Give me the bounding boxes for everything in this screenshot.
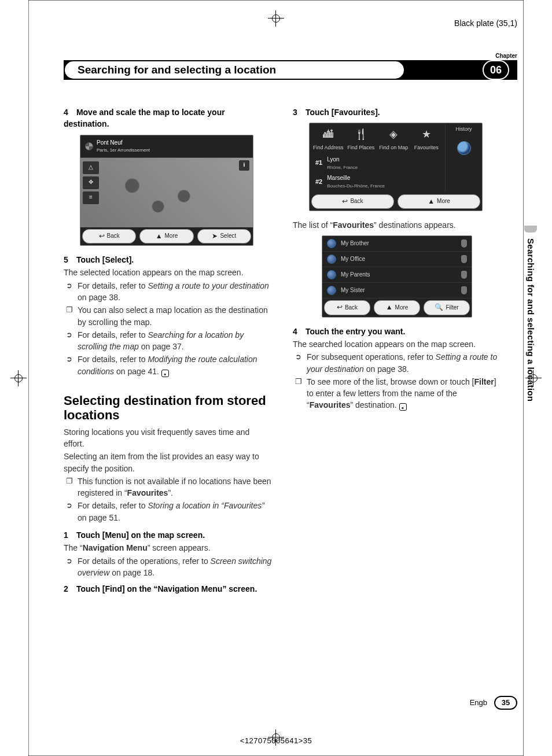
map-area: i △ ✥ ≡ [80,158,253,227]
screenshot-find-menu: 🏙Find Address 🍴Find Places ◈Find on Map … [309,123,483,211]
side-tab-label: Searching for and selecting a location [524,233,537,401]
scroll-indicator-icon [461,255,467,263]
compass-icon [85,142,93,150]
step-number: 5 [64,254,74,265]
step-title: Touch [Menu] on the map screen. [76,530,205,540]
step-title: Move and scale the map to locate your de… [64,108,225,128]
step-title: Touch the entry you want. [306,327,405,336]
step-title: Touch [Select]. [76,255,134,264]
pan-icon: ✥ [83,176,99,189]
tile-favourites: ★Favourites [410,127,443,152]
find-side-panel: History [445,123,482,192]
more-button: ▲More [139,229,193,244]
page-footer: Engb 35 [64,696,517,710]
step-5: 5 Touch [Select]. The selected location … [64,254,272,377]
scroll-indicator-icon [461,271,467,279]
back-button: ↩Back [82,229,136,244]
tile-find-on-map: ◈Find on Map [377,127,410,152]
barcode-text: <127075005641>35 [0,736,552,747]
language-code: Engb [470,698,487,709]
pin-icon [327,255,336,264]
step-body: The “Navigation Menu” screen appears. [64,542,272,554]
back-button: ↩Back [324,300,370,315]
step-number: 3 [293,106,303,118]
right-column: 3 Touch [Favourites]. 🏙Find Address 🍴Fin… [293,103,501,595]
content-area: Chapter Searching for and selecting a lo… [64,52,517,721]
star-icon: ★ [418,127,435,142]
chapter-header: Searching for and selecting a location 0… [64,60,517,80]
step-body: The selected location appears on the map… [64,267,272,278]
step-body: The searched location appears on the map… [293,338,501,350]
globe-icon [457,141,471,155]
side-tab: Searching for and selecting a location [524,226,537,474]
favourite-item: My Brother [322,236,472,252]
chapter-label: Chapter [495,52,517,61]
map-icon: ◈ [385,127,402,142]
left-column: 4 Move and scale the map to locate your … [64,103,272,595]
crop-mark [28,0,29,756]
search-icon: 🔍 [435,303,443,312]
select-button: ➤Select [197,229,251,244]
screenshot-map-select: Pont Neuf Paris, 1er Arrondissement i △ … [80,135,253,246]
tile-find-places: 🍴Find Places [345,127,378,152]
city-icon: 🏙 [320,127,336,142]
page-number: 35 [494,696,517,710]
step-title: Touch [Favourites]. [306,108,380,117]
note-xref: For details of the operations, refer to … [78,555,272,579]
note: This function is not available if no loc… [78,475,272,499]
note: To see more of the list, browse down or … [307,376,501,411]
chapter-number: 06 [483,60,509,80]
crop-mark [28,0,524,1]
paragraph: Storing locations you visit frequently s… [64,426,272,450]
step-number: 1 [64,529,74,541]
plate-info: Black plate (35,1) [0,17,517,29]
pin-icon [327,286,336,295]
scroll-indicator-icon [461,286,467,294]
step-number: 2 [64,583,74,595]
note: You can also select a map location as th… [78,304,272,328]
favourite-item: My Sister [322,283,472,298]
more-button: ▲More [374,300,420,315]
step-number: 4 [64,106,74,118]
step-1: 1 Touch [Menu] on the map screen. The “N… [64,529,272,578]
history-item: #1 LyonRhône, France [313,154,441,172]
scroll-indicator-icon [461,239,467,248]
end-of-topic-icon [161,370,169,377]
tile-find-address: 🏙Find Address [312,127,345,152]
note-xref: For details, refer to Modifying the rout… [78,353,272,377]
registration-mark [10,370,27,386]
zoom-out-icon: ≡ [83,191,99,204]
page: Black plate (35,1) Chapter Searching for… [0,0,552,756]
pin-icon [327,270,336,279]
note-xref: For details, refer to Storing a location… [78,500,272,523]
pin-icon [327,239,336,248]
step-number: 4 [293,326,303,337]
section-heading: Selecting destination from stored locati… [64,393,272,423]
back-button: ↩Back [311,194,394,209]
step-2: 2 Touch [Find] on the “Navigation Menu” … [64,583,272,595]
step-3: 3 Touch [Favourites]. [293,106,501,118]
end-of-topic-icon [399,403,407,411]
history-label: History [455,126,472,133]
paragraph: Selecting an item from the list provides… [64,451,272,474]
step-title: Touch [Find] on the “Navigation Menu” sc… [76,584,257,593]
chapter-title: Searching for and selecting a location [64,60,405,80]
poi-subtitle: Paris, 1er Arrondissement [97,147,150,154]
screenshot-favourites-list: My Brother My Office My Parents My Siste… [322,235,472,317]
poi-title: Pont Neuf [97,139,150,147]
note-xref: For details, refer to Searching for a lo… [78,329,272,353]
places-icon: 🍴 [353,127,369,142]
note-xref: For subsequent operations, refer to Sett… [307,351,501,375]
step-4: 4 Move and scale the map to locate your … [64,106,272,130]
crop-mark [523,0,524,756]
note-xref: For details, refer to Setting a route to… [78,280,272,304]
filter-button: 🔍Filter [424,300,470,315]
paragraph: The list of “Favourites” destinations ap… [293,219,501,231]
favourite-item: My Office [322,252,472,267]
history-item: #2 MarseilleBouches-Du-Rhône, France [313,172,441,191]
favourite-item: My Parents [322,267,472,283]
step-4b: 4 Touch the entry you want. The searched… [293,326,501,411]
info-icon: i [239,160,249,171]
zoom-in-icon: △ [83,161,99,174]
more-button: ▲More [398,194,480,209]
